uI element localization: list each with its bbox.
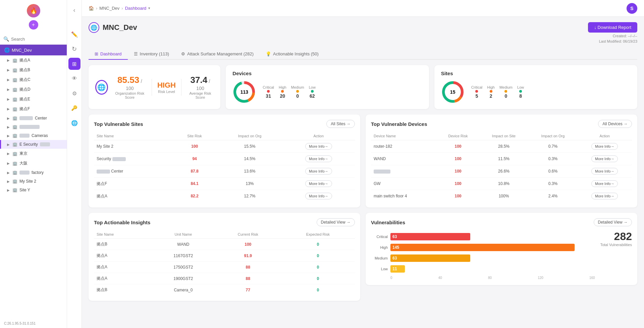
vuln-high-bar: 145 xyxy=(390,244,575,251)
more-info-button[interactable]: More Info→ xyxy=(591,168,618,175)
insight-current: 88 xyxy=(215,273,281,284)
search-bar: 🔍 xyxy=(0,34,67,45)
sidebar-item[interactable]: ▶ 🏢 E Security xyxy=(0,140,67,149)
sidebar-item[interactable]: ▶ 🏢 My Site 2 xyxy=(0,177,67,186)
add-button[interactable]: + xyxy=(29,20,38,30)
topbar-right: S xyxy=(627,3,637,14)
chevron-down-icon: ▾ xyxy=(148,6,150,10)
more-info-button[interactable]: More Info→ xyxy=(591,155,618,162)
tab-inventory[interactable]: ☰ Inventory (113) xyxy=(128,49,175,60)
sites-stat-high: High 2 xyxy=(487,85,495,99)
download-report-button[interactable]: ↓ Download Report xyxy=(588,22,637,33)
left-column: Top Vulnerable Sites All Sites → Site Na… xyxy=(89,114,360,306)
eye-icon[interactable]: 👁 xyxy=(68,73,80,85)
medium-val: 0 xyxy=(296,93,299,99)
tab-dashboard[interactable]: ⊞ Dashboard xyxy=(89,49,128,60)
vuln-row-critical: Critical 63 xyxy=(371,233,595,240)
sidebar-item[interactable]: ▶ 🏢 Cameras xyxy=(0,131,67,140)
site-icon: 🏢 xyxy=(12,68,17,73)
more-info-button[interactable]: More Info→ xyxy=(591,143,618,150)
sidebar-item[interactable]: ▶ 🏢 大阪 xyxy=(0,158,67,168)
sidebar-item-label: 大阪 xyxy=(19,160,28,166)
sidebar-item[interactable]: ▶ 🏢 Center xyxy=(0,114,67,123)
more-info-button[interactable]: More Info→ xyxy=(305,143,332,150)
site-risk-cell: 100 xyxy=(172,140,217,153)
sites-low-val: 8 xyxy=(519,93,522,99)
sidebar-item-label: 拠点B xyxy=(19,67,30,73)
more-info-button[interactable]: More Info→ xyxy=(591,193,618,199)
main-content: 🏠 › MNC_Dev › Dashboard ▾ S 🌐 MNC_Dev ↓ … xyxy=(82,0,644,328)
edit-icon[interactable]: ✏️ xyxy=(68,28,80,40)
sites-stat-low: Low 8 xyxy=(517,85,524,99)
sidebar-item[interactable]: ▶ 🏢 拠点B xyxy=(0,65,67,75)
impact-site-cell: 10.8% xyxy=(479,178,529,190)
sidebar-item[interactable]: ▶ 🏢 東京 xyxy=(0,149,67,158)
more-info-button[interactable]: More Info→ xyxy=(591,180,618,187)
refresh-icon[interactable]: ↻ xyxy=(68,43,80,55)
sites-medium-dot xyxy=(504,90,507,93)
globe-icon[interactable]: 🌐 xyxy=(68,117,80,129)
sidebar-item[interactable]: ▶ 🏢 拠点E xyxy=(0,94,67,104)
avg-score-label: Average Risk Score xyxy=(187,91,214,99)
insight-current: 88 xyxy=(215,262,281,273)
col-site-risk: Site Risk xyxy=(172,132,217,140)
sidebar-item[interactable]: ▶ 🏢 Site Y xyxy=(0,186,67,194)
chevron-left-icon[interactable]: ‹ xyxy=(68,4,80,16)
vuln-detailed-view-button[interactable]: Detailed View → xyxy=(594,218,632,226)
more-info-button[interactable]: More Info→ xyxy=(305,180,332,187)
detailed-view-button[interactable]: Detailed View → xyxy=(317,218,355,226)
sidebar: 🔥 + 🔍 🌐 MNC_Dev ▶ 🏢 拠点A ▶ 🏢 拠点B ▶ 🏢 拠点C … xyxy=(0,0,67,328)
page-title-icon: 🌐 xyxy=(89,22,99,33)
topbar: 🏠 › MNC_Dev › Dashboard ▾ S xyxy=(82,0,644,17)
all-devices-button[interactable]: All Devices → xyxy=(598,120,632,128)
sidebar-item[interactable]: ▶ 🏢 拠点F xyxy=(0,104,67,114)
breadcrumb-org[interactable]: MNC_Dev xyxy=(99,6,119,11)
sidebar-item[interactable]: ▶ 🏢 xyxy=(0,123,67,131)
sidebar-item-label: 拠点F xyxy=(19,106,30,112)
site-icon: 🏢 xyxy=(12,151,17,156)
key-icon[interactable]: 🔑 xyxy=(68,102,80,114)
avg-score-value: 37.4 xyxy=(191,75,208,85)
more-info-button[interactable]: More Info→ xyxy=(305,168,332,175)
breadcrumb-sep: › xyxy=(96,6,97,11)
sidebar-item-label: 東京 xyxy=(19,151,28,156)
expand-icon: ▶ xyxy=(7,134,10,138)
all-sites-button[interactable]: All Sites → xyxy=(326,120,355,128)
tab-insights[interactable]: 💡 Actionable Insights (50) xyxy=(260,49,325,60)
expand-icon: ▶ xyxy=(7,88,10,91)
org-item[interactable]: 🌐 MNC_Dev xyxy=(0,45,67,55)
expected-risk: 0 xyxy=(317,242,319,247)
impact-site-cell: 11.5% xyxy=(479,153,529,165)
more-info-button[interactable]: More Info→ xyxy=(305,155,332,162)
sidebar-item[interactable]: ▶ 🏢 拠点D xyxy=(0,85,67,94)
tab-asm[interactable]: ⚙ Attack Surface Management (282) xyxy=(175,49,260,60)
devices-content: 113 Critical 31 High 20 xyxy=(232,80,422,104)
more-info-button[interactable]: More Info→ xyxy=(305,193,332,199)
table-row: main switch floor 4 100 100% 2.4% More I… xyxy=(371,190,632,202)
expand-icon: ▶ xyxy=(7,161,10,165)
avg-score: 37.4 / 100 Average Risk Score xyxy=(187,75,214,99)
device-risk-cell: 100 xyxy=(437,140,479,153)
page-title-area: 🌐 MNC_Dev xyxy=(89,22,137,33)
impact-cell: 12.7% xyxy=(217,190,282,202)
sidebar-item[interactable]: ▶ 🏢 factory xyxy=(0,168,67,177)
insight-expected: 0 xyxy=(281,262,355,273)
expand-icon: ▶ xyxy=(7,171,10,175)
grid-icon[interactable]: ⊞ xyxy=(68,58,80,70)
stat-medium: Medium 0 xyxy=(291,85,304,99)
impact-org-cell: 0.6% xyxy=(529,165,578,178)
top-sites-title: Top Vulnerable Sites xyxy=(94,121,143,127)
org-name: MNC_Dev xyxy=(12,48,32,53)
table-row: 拠点A 1750GST2 88 0 xyxy=(94,262,355,273)
sidebar-item[interactable]: ▶ 🏢 拠点C xyxy=(0,75,67,85)
settings-icon[interactable]: ⚙ xyxy=(68,87,80,99)
sites-high-dot xyxy=(490,90,492,93)
sidebar-item-label: Center xyxy=(35,116,47,121)
col-impact-org: Impact on Org xyxy=(529,132,578,140)
sidebar-item[interactable]: ▶ 🏢 拠点A xyxy=(0,55,67,65)
expand-icon: ▶ xyxy=(7,78,10,82)
vuln-low-count: 11 xyxy=(392,267,397,271)
insight-current: 77 xyxy=(215,284,281,296)
home-icon[interactable]: 🏠 xyxy=(89,6,94,11)
search-input[interactable] xyxy=(11,37,67,42)
